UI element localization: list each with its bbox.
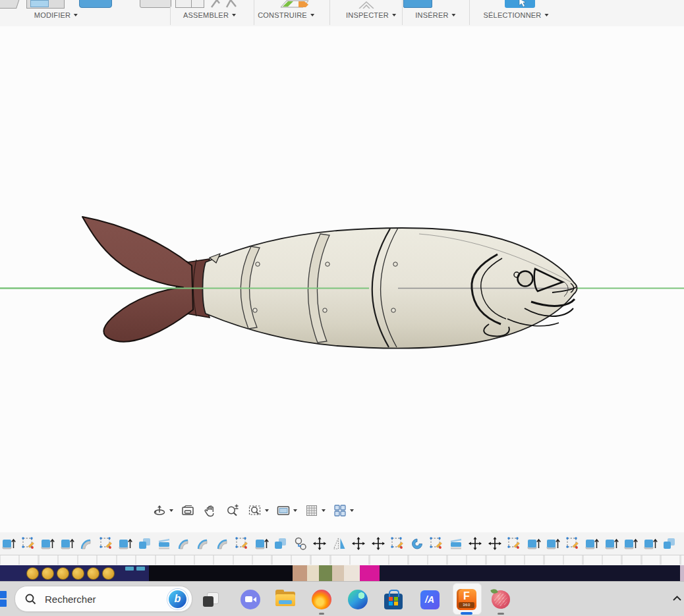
fish-model[interactable] — [0, 26, 684, 532]
fillet-feature[interactable] — [79, 536, 94, 551]
select-cursor-icon[interactable] — [505, 0, 535, 8]
edge-icon[interactable] — [345, 586, 371, 613]
move-feature[interactable] — [371, 536, 385, 551]
viewports-button[interactable] — [331, 502, 355, 519]
fusion-360-app-window: MODIFIER ASSEMBLER CONSTRUIRE INSPECTER … — [0, 0, 684, 616]
look-at-button[interactable] — [179, 502, 197, 519]
menu-inserer[interactable]: INSÉRER — [415, 11, 455, 19]
window-sliver-segment — [293, 565, 307, 581]
chevron-up-icon[interactable] — [670, 590, 684, 606]
timeline-ruler[interactable] — [0, 555, 684, 565]
menu-modifier[interactable]: MODIFIER — [34, 11, 78, 19]
display-settings-button[interactable] — [274, 502, 299, 519]
a-launcher-icon[interactable]: /A — [416, 586, 443, 613]
fillet-feature[interactable] — [196, 536, 210, 551]
window-sliver-segment — [332, 565, 344, 581]
running-indicator — [319, 613, 324, 615]
extrude-feature[interactable] — [527, 536, 541, 551]
sketch-feature[interactable] — [235, 536, 249, 551]
chevron-down-icon — [74, 14, 78, 16]
task-view-icon[interactable] — [198, 586, 224, 613]
menu-assembler[interactable]: ASSEMBLER — [183, 11, 236, 19]
menu-selectionner[interactable]: SÉLECTIONNER — [484, 11, 549, 19]
combine-feature[interactable] — [138, 536, 152, 551]
window-sliver-segment — [380, 565, 680, 581]
new-component-icon[interactable] — [175, 0, 204, 8]
toolbar-separator — [469, 0, 470, 25]
pan-button[interactable] — [201, 502, 219, 519]
measure-icon[interactable] — [358, 0, 375, 11]
orbit-button[interactable] — [150, 502, 175, 519]
chevron-down-icon — [544, 14, 548, 16]
taskbar-search[interactable]: Rechercher b — [14, 586, 192, 612]
window-sliver-segment — [149, 565, 293, 581]
revolve-feature[interactable] — [410, 536, 424, 551]
mirror-feature[interactable] — [332, 536, 347, 551]
extrude-feature[interactable] — [546, 536, 560, 551]
chevron-down-icon — [310, 14, 314, 16]
chevron-down-icon — [293, 509, 297, 512]
extrude-feature[interactable] — [1, 536, 16, 551]
fillet-icon[interactable] — [26, 0, 65, 9]
toolbar-separator — [329, 0, 330, 25]
toolbar-separator — [170, 0, 171, 25]
extrude-feature[interactable] — [60, 536, 74, 551]
extrude-feature[interactable] — [604, 536, 619, 551]
window-sliver-segment — [319, 565, 332, 581]
fusion-360-icon[interactable]: F 360 — [453, 586, 480, 613]
chevron-down-icon — [232, 14, 236, 16]
sketch-feature[interactable] — [21, 536, 36, 551]
microsoft-store-icon[interactable] — [380, 586, 407, 613]
sketch-feature[interactable] — [390, 536, 405, 551]
3d-viewport[interactable] — [0, 26, 684, 532]
fillet-feature[interactable] — [177, 536, 191, 551]
copy-feature[interactable] — [293, 536, 308, 551]
split-feature[interactable] — [449, 536, 463, 551]
menu-construire[interactable]: CONSTRUIRE — [258, 11, 314, 19]
joint-icon[interactable] — [210, 0, 239, 11]
sketch-feature[interactable] — [565, 536, 580, 551]
toolbar-separator — [402, 0, 403, 25]
coin-graphic — [102, 567, 115, 580]
offset-face-icon[interactable] — [140, 0, 171, 8]
firefox-icon[interactable] — [308, 586, 335, 613]
combine-feature[interactable] — [273, 536, 288, 551]
view-navigation-bar — [150, 502, 355, 519]
press-pull-icon[interactable] — [0, 0, 20, 9]
design-timeline — [0, 532, 684, 565]
insert-icon[interactable] — [403, 0, 432, 8]
move-feature[interactable] — [351, 536, 366, 551]
move-feature[interactable] — [312, 536, 327, 551]
sketch-feature[interactable] — [99, 536, 113, 551]
chevron-down-icon — [322, 509, 326, 512]
search-placeholder: Rechercher — [45, 594, 167, 605]
extrude-feature[interactable] — [584, 536, 599, 551]
sketch-feature[interactable] — [429, 536, 443, 551]
split-feature[interactable] — [157, 536, 171, 551]
menu-inspecter[interactable]: INSPECTER — [346, 11, 396, 19]
move-feature[interactable] — [488, 536, 502, 551]
chevron-down-icon — [265, 509, 269, 512]
extrude-feature[interactable] — [254, 536, 269, 551]
sketch-feature[interactable] — [507, 536, 521, 551]
file-explorer-icon[interactable] — [272, 586, 299, 613]
timeline-features — [1, 536, 677, 551]
extrude-feature[interactable] — [118, 536, 132, 551]
window-zoom-button[interactable] — [246, 502, 270, 519]
move-feature[interactable] — [468, 536, 482, 551]
combine-feature[interactable] — [662, 536, 677, 551]
chamfer-icon[interactable] — [79, 0, 112, 8]
extrude-feature[interactable] — [40, 536, 55, 551]
extrude-feature[interactable] — [643, 536, 658, 551]
construction-plane-icon[interactable] — [279, 0, 310, 11]
fillet-feature[interactable] — [215, 536, 230, 551]
zoom-button[interactable] — [223, 502, 242, 519]
windows-start-icon[interactable] — [0, 591, 8, 608]
grid-settings-button[interactable] — [302, 502, 327, 519]
extrude-feature[interactable] — [623, 536, 638, 551]
coin-graphic — [72, 567, 84, 580]
chat-icon[interactable] — [237, 586, 264, 613]
raspberry-app-icon[interactable] — [488, 586, 514, 613]
bing-icon[interactable]: b — [167, 589, 188, 609]
window-sliver-segment — [344, 565, 360, 581]
